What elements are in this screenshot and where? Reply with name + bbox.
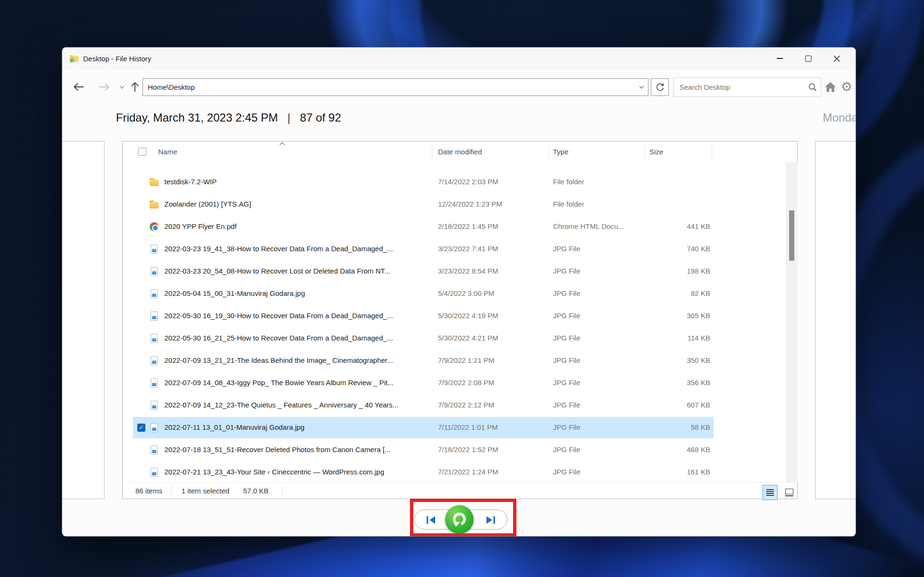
file-type-icon xyxy=(151,378,158,388)
file-name: 2022-07-09 14_08_43-Iggy Pop_ The Bowie … xyxy=(164,378,394,387)
file-date-modified: 7/9/2022 2:08 PM xyxy=(438,378,494,387)
selection-count: 1 item selected xyxy=(181,487,229,495)
file-name: 2022-07-18 13_51_51-Recover Deleted Phot… xyxy=(164,445,391,454)
thumbnail-view-toggle[interactable] xyxy=(781,485,797,500)
home-icon xyxy=(824,81,837,93)
file-row[interactable]: testdisk-7.2-WIP 7/14/2022 2:03 PM File … xyxy=(123,171,797,193)
maximize-icon xyxy=(805,56,811,62)
column-header-date-modified[interactable]: Date modified xyxy=(438,148,482,156)
back-arrow-icon xyxy=(73,82,85,92)
file-date-modified: 7/14/2022 2:03 PM xyxy=(438,178,498,186)
column-divider[interactable] xyxy=(548,145,549,160)
file-type: File folder xyxy=(553,178,584,186)
vertical-scrollbar[interactable] xyxy=(786,162,798,482)
file-size: 740 KB xyxy=(645,245,710,253)
next-snapshot-panel-edge xyxy=(815,141,856,499)
file-size: 58 KB xyxy=(645,423,710,431)
settings-button[interactable]: ⚙ xyxy=(839,78,854,96)
status-divider xyxy=(171,486,171,496)
file-name: 2022-05-30 16_19_30-How to Recover Data … xyxy=(164,312,393,320)
maximize-button[interactable] xyxy=(794,47,822,69)
restore-button[interactable] xyxy=(445,505,474,534)
column-divider[interactable] xyxy=(432,145,432,160)
file-row[interactable]: 2022-07-09 14_08_43-Iggy Pop_ The Bowie … xyxy=(123,372,797,394)
file-size: 468 KB xyxy=(645,445,710,454)
search-box[interactable] xyxy=(673,77,821,97)
file-date-modified: 7/9/2022 1:21 PM xyxy=(438,356,494,364)
back-button[interactable] xyxy=(71,79,87,95)
select-all-checkbox[interactable] xyxy=(138,148,146,156)
file-size: 441 KB xyxy=(645,222,710,230)
file-type: JPG File xyxy=(553,468,581,476)
search-icon[interactable] xyxy=(804,83,821,92)
address-input[interactable] xyxy=(143,83,635,91)
window-title: Desktop - File History xyxy=(83,55,151,63)
gear-icon: ⚙ xyxy=(841,79,852,95)
address-dropdown-button[interactable] xyxy=(635,79,648,95)
file-row[interactable]: 2022-05-30 16_19_30-How to Recover Data … xyxy=(123,305,797,327)
file-type-icon xyxy=(150,222,159,231)
previous-version-button[interactable] xyxy=(420,514,441,526)
refresh-button[interactable] xyxy=(651,78,669,96)
details-view-toggle[interactable] xyxy=(762,485,778,500)
file-size: 356 KB xyxy=(645,378,710,387)
recent-locations-button[interactable] xyxy=(118,79,126,95)
refresh-icon xyxy=(656,83,665,92)
file-date-modified: 7/21/2022 1:24 PM xyxy=(438,468,498,476)
column-divider[interactable] xyxy=(712,145,712,160)
column-headers: Name Date modified Type Size xyxy=(123,142,797,162)
file-row[interactable]: 2022-03-23 19_41_38-How to Recover Data … xyxy=(123,238,797,260)
home-button[interactable] xyxy=(822,79,838,95)
file-type-icon xyxy=(151,245,158,254)
previous-snapshot-panel-edge xyxy=(62,141,105,499)
file-row[interactable]: 2020 YPP Flyer En.pdf 2/18/2022 1:45 PM … xyxy=(123,216,797,238)
file-type: JPG File xyxy=(553,289,581,297)
up-arrow-icon xyxy=(130,81,140,93)
column-divider[interactable] xyxy=(645,145,645,160)
up-button[interactable] xyxy=(127,79,143,95)
file-row[interactable]: Zoolander (2001) [YTS.AG] 12/24/2022 1:2… xyxy=(123,193,797,216)
minimize-button[interactable] xyxy=(765,47,794,69)
titlebar: Desktop - File History xyxy=(62,47,856,69)
file-type: JPG File xyxy=(553,356,581,364)
list-view-icon xyxy=(766,489,774,496)
file-type: JPG File xyxy=(553,378,581,387)
forward-arrow-icon xyxy=(98,82,110,92)
file-date-modified: 3/23/2022 7:41 PM xyxy=(438,245,498,253)
next-version-button[interactable] xyxy=(480,514,501,526)
file-row[interactable]: 2022-05-04 15_00_31-Manuviraj Godara.jpg… xyxy=(123,283,797,305)
file-type: Chrome HTML Docu... xyxy=(553,222,624,230)
file-row[interactable]: 2022-03-23 20_54_08-How to Recover Lost … xyxy=(123,260,797,283)
file-type-icon xyxy=(151,423,158,432)
file-name: 2022-03-23 19_41_38-How to Recover Data … xyxy=(164,245,393,253)
scrollbar-thumb[interactable] xyxy=(789,210,794,261)
file-row[interactable]: 2022-07-11 13_01_01-Manuviraj Godara.jpg… xyxy=(123,416,797,439)
file-row[interactable]: 2022-05-30 16_21_25-How to Recover Data … xyxy=(123,327,797,350)
column-header-size[interactable]: Size xyxy=(649,148,663,156)
address-bar[interactable] xyxy=(143,78,648,96)
file-size: 607 KB xyxy=(645,401,710,409)
file-name: 2022-07-11 13_01_01-Manuviraj Godara.jpg xyxy=(164,423,305,431)
file-type-icon xyxy=(150,180,159,186)
file-row[interactable]: 2022-07-09 14_12_23-The Quietus _ Featur… xyxy=(123,394,797,416)
close-button[interactable] xyxy=(822,47,851,69)
file-row[interactable]: 2022-07-21 13_23_43-Your Site ‹ Cineccen… xyxy=(123,461,797,483)
file-history-app-icon xyxy=(69,54,79,63)
desktop-wallpaper: Desktop - File History xyxy=(0,0,924,577)
file-size: 114 KB xyxy=(645,334,710,342)
file-row[interactable]: 2022-07-18 13_51_51-Recover Deleted Phot… xyxy=(123,439,797,461)
file-type-icon xyxy=(151,312,158,321)
column-header-type[interactable]: Type xyxy=(553,148,569,156)
column-header-name[interactable]: Name xyxy=(158,148,177,156)
next-snapshot-date-partial: Monda xyxy=(823,111,856,124)
file-type-icon xyxy=(151,267,158,276)
row-checkbox[interactable] xyxy=(137,424,145,432)
search-input[interactable] xyxy=(674,83,804,91)
file-name: 2022-07-21 13_23_43-Your Site ‹ Cineccen… xyxy=(164,468,384,476)
snapshot-separator: | xyxy=(287,111,290,124)
file-row[interactable]: 2022-07-09 13_21_21-The Ideas Behind the… xyxy=(123,350,797,372)
file-size: 305 KB xyxy=(645,312,710,320)
file-list-rows: testdisk-7.2-WIP 7/14/2022 2:03 PM File … xyxy=(123,171,797,483)
forward-button[interactable] xyxy=(96,79,112,95)
file-date-modified: 7/11/2022 1:01 PM xyxy=(438,423,498,431)
